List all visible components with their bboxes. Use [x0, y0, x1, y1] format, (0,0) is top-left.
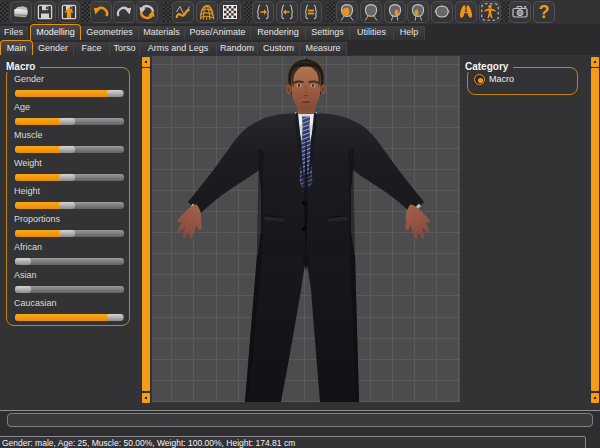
- svg-text:?: ?: [539, 2, 550, 22]
